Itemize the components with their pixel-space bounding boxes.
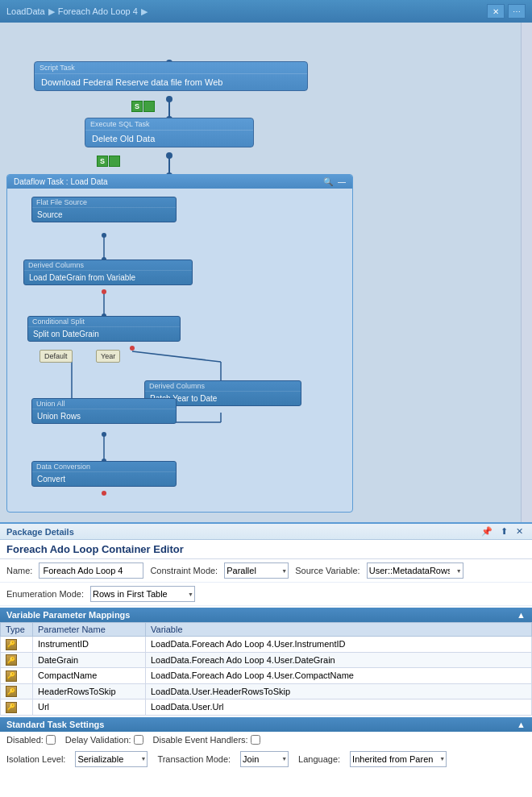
transaction-select-wrap: Join bbox=[240, 751, 289, 767]
row-param-cell: CompactName bbox=[33, 668, 146, 684]
breadcrumb-loaddata[interactable]: LoadData bbox=[6, 6, 45, 16]
svg-point-8 bbox=[102, 233, 106, 238]
standard-settings-title: Standard Task Settings bbox=[6, 720, 104, 729]
row-param-cell: DateGrain bbox=[33, 652, 146, 668]
settings-row-1: Disabled: Delay Validation: Disable Even… bbox=[0, 732, 532, 748]
disabled-checkbox[interactable] bbox=[46, 735, 56, 745]
name-row: Name: Constraint Mode: Parallel Source V… bbox=[0, 559, 532, 583]
script-task-badge2 bbox=[143, 101, 155, 112]
delay-label: Delay Validation: bbox=[65, 735, 131, 745]
transaction-label: Transaction Mode: bbox=[157, 754, 231, 764]
disable-event-wrap: Disable Event Handlers: bbox=[153, 735, 260, 745]
editor-title: Foreach Ado Loop Container Editor bbox=[0, 540, 532, 559]
breadcrumb-arrow-2: ▶ bbox=[141, 6, 148, 17]
dataflow-container[interactable]: Dataflow Task : Load Data 🔍 — bbox=[6, 174, 353, 513]
panel-pin-btn[interactable]: 📌 bbox=[479, 526, 495, 537]
derived-columns-1-node[interactable]: Derived Columns Load DateGrain from Vari… bbox=[23, 259, 193, 285]
enum-select[interactable]: Rows in First Table bbox=[90, 586, 195, 602]
svg-line-14 bbox=[132, 351, 221, 362]
union-all-node[interactable]: Union All Union Rows bbox=[31, 398, 177, 424]
conditional-split-label: Split on DateGrain bbox=[28, 327, 180, 341]
data-conversion-node[interactable]: Data Conversion Convert bbox=[31, 461, 177, 487]
constraint-select[interactable]: Parallel bbox=[224, 562, 289, 579]
language-select-wrap: Inherited from Parent bbox=[350, 751, 447, 767]
script-task-node[interactable]: Script Task Download Federal Reserve dat… bbox=[34, 61, 308, 91]
row-icon: 🔑 bbox=[6, 702, 17, 713]
dataflow-minimize-icon[interactable]: — bbox=[338, 177, 346, 186]
source-var-label: Source Variable: bbox=[295, 566, 360, 575]
row-icon: 🔑 bbox=[6, 639, 17, 650]
execute-sql-badge: S bbox=[97, 156, 108, 167]
language-label: Language: bbox=[298, 754, 340, 764]
table-row[interactable]: 🔑 InstrumentID LoadData.Foreach Ado Loop… bbox=[1, 637, 532, 653]
standard-settings-section: Standard Task Settings ▲ bbox=[0, 717, 532, 732]
variable-mappings-collapse[interactable]: ▲ bbox=[517, 610, 526, 620]
row-variable-cell: LoadData.User.Url bbox=[146, 699, 532, 716]
row-icon: 🔑 bbox=[6, 686, 17, 697]
breadcrumb-foreach[interactable]: Foreach Ado Loop 4 bbox=[58, 6, 138, 16]
script-task-badge: S bbox=[131, 101, 143, 112]
panel-header: Package Details 📌 ⬆ ✕ bbox=[0, 524, 532, 540]
row-type-cell: 🔑 bbox=[1, 652, 33, 668]
row-variable-cell: LoadData.User.HeaderRowsToSkip bbox=[146, 683, 532, 699]
dataflow-title: Dataflow Task : Load Data bbox=[14, 177, 108, 186]
dataflow-search-icon[interactable]: 🔍 bbox=[323, 177, 333, 186]
execute-sql-task-node[interactable]: Execute SQL Task Delete Old Data bbox=[85, 118, 254, 147]
standard-settings-collapse[interactable]: ▲ bbox=[517, 720, 526, 729]
table-row[interactable]: 🔑 DateGrain LoadData.Foreach Ado Loop 4.… bbox=[1, 652, 532, 668]
row-type-cell: 🔑 bbox=[1, 699, 33, 716]
union-all-header: Union All bbox=[32, 399, 176, 409]
panel-float-btn[interactable]: ⬆ bbox=[498, 526, 510, 537]
delay-checkbox[interactable] bbox=[134, 735, 143, 745]
col-type: Type bbox=[1, 623, 33, 637]
svg-point-2 bbox=[166, 96, 172, 102]
variable-mappings-section: Variable Parameter Mappings ▲ bbox=[0, 608, 532, 622]
constraint-label: Constraint Mode: bbox=[150, 566, 218, 575]
col-param: Parameter Name bbox=[33, 623, 146, 637]
data-conversion-header: Data Conversion bbox=[32, 462, 176, 472]
dataflow-header: Dataflow Task : Load Data 🔍 — bbox=[7, 175, 352, 189]
table-row[interactable]: 🔑 CompactName LoadData.Foreach Ado Loop … bbox=[1, 668, 532, 684]
dataflow-inner: Flat File Source Source Derived Columns … bbox=[7, 189, 352, 506]
flat-file-source-label: Source bbox=[32, 208, 176, 222]
default-split-btn[interactable]: Default bbox=[39, 350, 73, 363]
row-icon: 🔑 bbox=[6, 670, 17, 682]
row-variable-cell: LoadData.Foreach Ado Loop 4.User.Instrum… bbox=[146, 637, 532, 653]
panel-title: Package Details bbox=[6, 527, 74, 537]
panel-close-btn[interactable]: ✕ bbox=[513, 526, 526, 537]
breadcrumb: LoadData ▶ Foreach Ado Loop 4 ▶ bbox=[6, 6, 487, 17]
conditional-split-header: Conditional Split bbox=[28, 317, 180, 327]
conditional-split-node[interactable]: Conditional Split Split on DateGrain bbox=[27, 316, 181, 342]
table-row[interactable]: 🔑 Url LoadData.User.Url bbox=[1, 699, 532, 716]
table-row[interactable]: 🔑 HeaderRowsToSkip LoadData.User.HeaderR… bbox=[1, 683, 532, 699]
more-button[interactable]: ⋯ bbox=[508, 4, 526, 19]
source-var-select-wrap: User::MetadataRows bbox=[367, 562, 463, 579]
panel-header-actions: 📌 ⬆ ✕ bbox=[479, 526, 526, 537]
row-icon: 🔑 bbox=[6, 654, 17, 666]
canvas-scrollbar[interactable] bbox=[521, 23, 532, 522]
close-button[interactable]: ✕ bbox=[487, 4, 505, 19]
language-select[interactable]: Inherited from Parent bbox=[350, 751, 447, 767]
execute-sql-label: Delete Old Data bbox=[85, 131, 253, 147]
svg-point-22 bbox=[102, 491, 106, 496]
transaction-select[interactable]: Join bbox=[240, 751, 289, 767]
name-label: Name: bbox=[6, 566, 32, 575]
enum-select-wrap: Rows in First Table bbox=[90, 586, 195, 602]
top-bar-actions: ✕ ⋯ bbox=[487, 4, 526, 19]
disabled-wrap: Disabled: bbox=[6, 735, 56, 745]
year-split-btn[interactable]: Year bbox=[96, 350, 120, 363]
settings-row-2: Isolation Level: Serializable Transactio… bbox=[0, 748, 532, 770]
disable-event-checkbox[interactable] bbox=[251, 735, 260, 745]
isolation-label: Isolation Level: bbox=[6, 754, 65, 764]
top-bar: LoadData ▶ Foreach Ado Loop 4 ▶ ✕ ⋯ bbox=[0, 0, 532, 23]
isolation-select-wrap: Serializable bbox=[75, 751, 148, 767]
isolation-select[interactable]: Serializable bbox=[75, 751, 148, 767]
source-var-select[interactable]: User::MetadataRows bbox=[367, 562, 463, 579]
row-param-cell: Url bbox=[33, 699, 146, 716]
flat-file-source-node[interactable]: Flat File Source Source bbox=[31, 197, 177, 222]
row-type-cell: 🔑 bbox=[1, 683, 33, 699]
breadcrumb-arrow-1: ▶ bbox=[48, 6, 55, 17]
svg-point-20 bbox=[102, 432, 106, 437]
delay-wrap: Delay Validation: bbox=[65, 735, 143, 745]
name-input[interactable] bbox=[39, 562, 143, 579]
